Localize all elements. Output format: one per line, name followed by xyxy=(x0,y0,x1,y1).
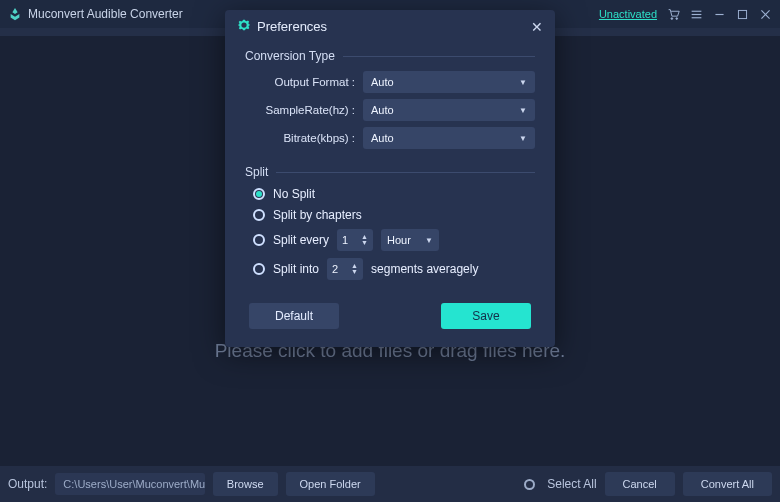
split-option-none[interactable]: No Split xyxy=(253,187,535,201)
chevron-down-icon: ▼ xyxy=(519,134,527,143)
select-all-label[interactable]: Select All xyxy=(547,477,596,491)
preferences-dialog: Preferences ✕ Conversion Type Output For… xyxy=(225,10,555,347)
chevron-down-icon: ▼ xyxy=(425,236,433,245)
cart-icon[interactable] xyxy=(667,8,680,21)
open-folder-button[interactable]: Open Folder xyxy=(286,472,375,496)
radio-icon[interactable] xyxy=(253,188,265,200)
split-option-every[interactable]: Split every 1 ▲▼ Hour ▼ xyxy=(253,229,535,251)
bottom-bar: Output: C:\Users\User\Muconvert\Muconver… xyxy=(0,466,780,502)
chevron-down-icon: ▼ xyxy=(519,106,527,115)
modal-close-icon[interactable]: ✕ xyxy=(531,19,543,35)
svg-rect-6 xyxy=(738,10,746,18)
split-every-unit-select[interactable]: Hour ▼ xyxy=(381,229,439,251)
select-all-radio[interactable] xyxy=(524,479,535,490)
section-split-title: Split xyxy=(245,165,268,179)
chevron-down-icon: ▼ xyxy=(519,78,527,87)
split-option-chapters[interactable]: Split by chapters xyxy=(253,208,535,222)
samplerate-select[interactable]: Auto ▼ xyxy=(363,99,535,121)
default-button[interactable]: Default xyxy=(249,303,339,329)
radio-icon[interactable] xyxy=(253,209,265,221)
minimize-icon[interactable] xyxy=(713,8,726,21)
modal-title: Preferences xyxy=(257,19,327,34)
svg-point-1 xyxy=(676,17,678,19)
split-into-stepper[interactable]: 2 ▲▼ xyxy=(327,258,363,280)
browse-button[interactable]: Browse xyxy=(213,472,278,496)
bitrate-label: Bitrate(kbps) : xyxy=(245,132,355,144)
output-path-field[interactable]: C:\Users\User\Muconvert\Muconvert Audib.… xyxy=(55,473,205,495)
output-format-select[interactable]: Auto ▼ xyxy=(363,71,535,93)
section-conversion-title: Conversion Type xyxy=(245,49,335,63)
app-icon xyxy=(8,7,22,21)
split-option-into[interactable]: Split into 2 ▲▼ segments averagely xyxy=(253,258,535,280)
radio-icon[interactable] xyxy=(253,263,265,275)
bitrate-select[interactable]: Auto ▼ xyxy=(363,127,535,149)
maximize-icon[interactable] xyxy=(736,8,749,21)
close-icon[interactable] xyxy=(759,8,772,21)
menu-icon[interactable] xyxy=(690,8,703,21)
output-format-label: Output Format : xyxy=(245,76,355,88)
samplerate-label: SampleRate(hz) : xyxy=(245,104,355,116)
save-button[interactable]: Save xyxy=(441,303,531,329)
cancel-button[interactable]: Cancel xyxy=(605,472,675,496)
split-every-stepper[interactable]: 1 ▲▼ xyxy=(337,229,373,251)
gear-icon xyxy=(237,18,251,35)
svg-point-0 xyxy=(671,17,673,19)
unactivated-link[interactable]: Unactivated xyxy=(599,8,657,20)
app-title: Muconvert Audible Converter xyxy=(28,7,183,21)
convert-all-button[interactable]: Convert All xyxy=(683,472,772,496)
output-label: Output: xyxy=(8,477,47,491)
radio-icon[interactable] xyxy=(253,234,265,246)
